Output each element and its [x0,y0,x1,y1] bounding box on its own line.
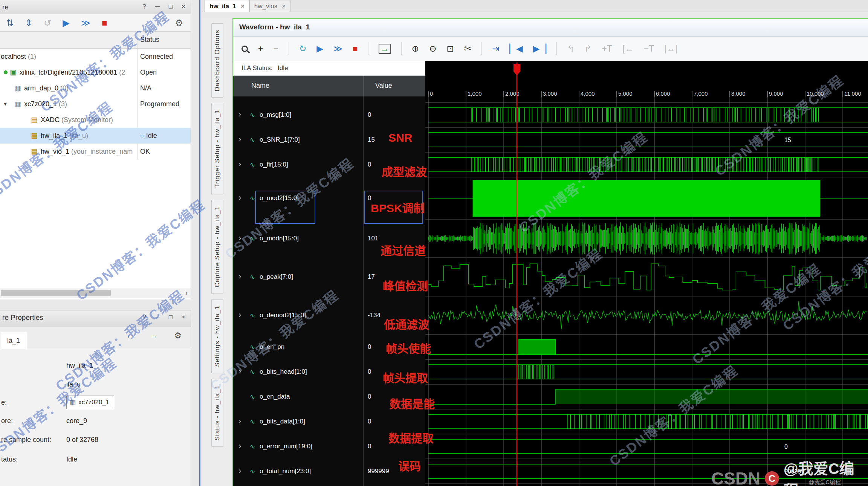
run-all-icon[interactable]: ≫ [333,44,342,53]
expand-all-icon[interactable]: ⇕ [25,18,32,28]
side-tab-dashboard[interactable]: Dashboard Options [211,23,223,98]
maximize-icon[interactable]: □ [169,313,173,321]
settings-gear-icon[interactable]: ⚙ [175,18,183,28]
refresh-icon[interactable]: ↺ [44,18,51,28]
panel-splitter[interactable] [199,0,200,486]
collapse-all-icon[interactable]: ⇅ [6,18,14,28]
tree-item-hw_ila_1[interactable]: ▤hw_ila_1 (ila_u)○Idle [0,128,191,144]
maximize-icon[interactable]: □ [169,3,173,11]
swap-down-icon[interactable]: ↱ [584,44,591,53]
zoom-fit-icon[interactable]: ⊡ [446,44,454,53]
signal-name: o_modn[15:0] [260,235,299,242]
help-icon[interactable]: ? [142,3,146,11]
tree-item-xc7z020_1[interactable]: ▾▦xc7z020_1 (3)Programmed [0,96,191,112]
annotation-label: BPSK调制 [371,199,425,215]
expand-chevron-icon[interactable]: › [238,110,241,119]
forward-icon[interactable]: → [150,332,158,340]
doc-tab-label: hw_vios [254,1,277,12]
horizontal-scrollbar[interactable]: › [0,288,191,298]
tree-item-xadc[interactable]: ▤XADC (System Monitor) [0,112,191,128]
expand-chevron-icon[interactable]: › [238,367,241,376]
hardware-panel-titlebar[interactable]: re ?─□× [0,0,191,14]
doc-tab-hw_ila_1[interactable]: hw_ila_1× [205,0,249,12]
property-value: core_9 [66,413,87,428]
connected-dot-icon [4,70,8,74]
settings-gear-icon[interactable]: ⚙ [174,332,182,340]
doc-tab-hw_vios[interactable]: hw_vios× [249,0,290,12]
run-trigger-icon[interactable]: ▶ [63,18,69,28]
expand-chevron-icon[interactable]: › [238,466,241,476]
tree-item-hw_vio_1[interactable]: ▤hw_vio_1 (your_instance_namOK [0,144,191,159]
tree-item-label: hw_vio_1 (your_instance_nam [41,144,133,159]
remove-marker-icon[interactable]: −T [643,44,654,53]
help-icon[interactable]: ? [142,313,146,321]
expand-chevron-icon[interactable]: › [238,159,241,169]
expand-chevron-icon[interactable]: › [238,193,241,203]
scroll-right-icon[interactable]: › [185,288,188,298]
tree-item-arm_dap_0[interactable]: ▦arm_dap_0 (0)N/A [0,80,191,96]
close-icon[interactable]: × [182,313,185,321]
remove-probe-icon[interactable]: − [273,44,278,53]
swap-up-icon[interactable]: ↰ [567,44,574,53]
zoom-out-icon[interactable]: ⊖ [429,44,436,53]
export-ila-data-icon[interactable]: → [379,44,391,54]
add-probe-icon[interactable]: + [258,44,263,53]
side-tab-label: Dashboard Options [214,30,221,91]
minimize-icon[interactable]: ─ [155,313,160,321]
side-tab-settings[interactable]: Settings - hw_ila_1 [211,299,223,373]
close-tab-icon[interactable]: × [241,1,245,12]
cut-icon[interactable]: ✂ [464,44,471,53]
scrollbar-thumb[interactable] [1,290,111,296]
expand-chevron-icon[interactable]: › [238,441,241,451]
side-tab-capture[interactable]: Capture Setup - hw_ila_1 [211,200,223,294]
signal-row-o_msg10[interactable]: ›∿o_msg[1:0]0 [233,102,425,127]
properties-panel-titlebar[interactable]: re Properties ?─□× [0,310,191,327]
back-icon[interactable]: ← [126,332,134,340]
tree-item-ocalhost[interactable]: ocalhost (1)Connected [0,49,191,64]
svg-text:9,000: 9,000 [769,90,783,97]
properties-tab[interactable]: la_1 [0,332,27,349]
close-tab-icon[interactable]: × [282,1,286,12]
device-link-button[interactable]: ▦xc7z020_1 [66,396,114,409]
minimize-icon[interactable]: ─ [155,3,160,11]
zoom-in-icon[interactable]: ⊕ [412,44,419,53]
svg-text:5,000: 5,000 [618,90,633,97]
signal-value: -134 [368,312,381,319]
run-all-triggers-icon[interactable]: ≫ [81,18,90,28]
prev-transition-icon[interactable]: [← [622,44,633,53]
expand-chevron-icon[interactable]: › [238,233,241,243]
go-to-trigger-icon[interactable]: ⇥ [492,44,499,53]
run-trigger-icon[interactable]: ↻ [299,44,306,53]
toolbar-separator [556,42,557,55]
expand-chevron-icon[interactable]: › [238,416,241,426]
fit-markers-icon[interactable]: |↔| [664,44,677,53]
go-to-end-icon[interactable]: ▶▕ [533,44,546,53]
add-marker-icon[interactable]: +T [602,44,612,53]
toolbar-separator [481,42,482,55]
expand-chevron-icon[interactable]: ▾ [4,96,7,112]
expand-chevron-icon[interactable]: › [238,134,241,144]
stop-trigger-icon[interactable]: ■ [102,18,107,28]
selection-box-name-box [255,191,315,224]
run-trigger-immediate-icon[interactable]: ▶ [316,44,323,53]
close-icon[interactable]: × [182,3,185,11]
zoom-area-icon[interactable] [241,46,248,52]
expand-chevron-icon[interactable]: › [238,310,241,320]
expand-chevron-icon[interactable]: › [238,272,241,281]
probe-wave-icon: ∿ [250,343,255,351]
property-label: e: [1,395,7,410]
go-to-start-icon[interactable]: ▏◀ [509,44,523,53]
toolbar-separator [401,42,402,55]
signal-row-o_total_num230[interactable]: ›∿o_total_num[23:0]999999 [233,459,425,484]
tree-item-xilinx_tcfdigilent210512180081[interactable]: ▣xilinx_tcf/Digilent/210512180081 (2Open [0,64,191,80]
waveform-canvas[interactable]: 01,0002,0003,0004,0005,0006,0007,0008,00… [425,61,868,486]
side-tab-status[interactable]: Status - hw_ila_1 [211,379,223,447]
side-tab-trigger[interactable]: Trigger Setup - hw_ila_1 [211,103,223,194]
signal-name: o_total_num[23:0] [260,468,311,475]
tree-item-suffix: (your_instance_nam [71,148,133,155]
csdn-brand-text: CSDN [711,468,760,486]
waveform-header[interactable]: Waveform - hw_ila_1 [233,19,868,37]
stop-trigger-icon[interactable]: ■ [353,44,358,53]
csdn-watermark: CSDN C @我爱C编程 [711,457,868,486]
signal-name: o_en_pn [260,343,284,351]
